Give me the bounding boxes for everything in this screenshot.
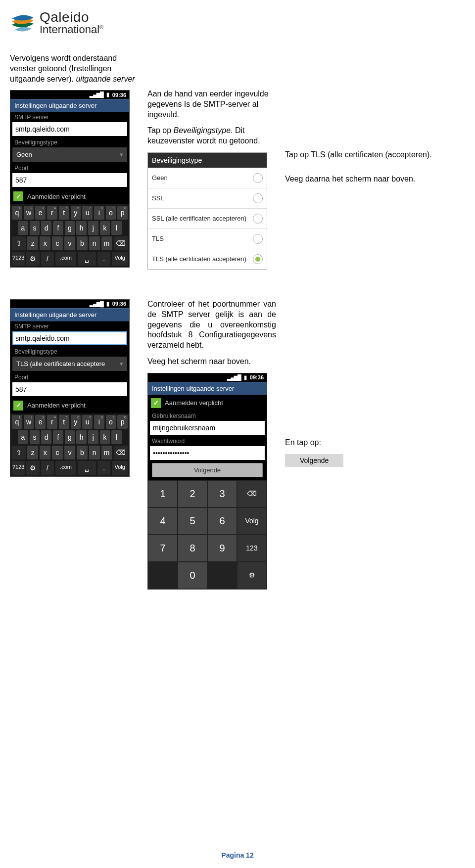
numkey-6[interactable]: 6 bbox=[207, 507, 237, 535]
keyboard[interactable]: q1w2e3r4t5y6u7i8o9p0asdfghjkl⇧zxcvbnm⌫?1… bbox=[10, 413, 129, 476]
dotcom-key[interactable]: .com bbox=[55, 252, 76, 266]
settings-key[interactable]: ⚙ bbox=[237, 562, 267, 589]
symbols-key[interactable]: ?123 bbox=[12, 252, 25, 266]
backspace-key[interactable]: ⌫ bbox=[114, 236, 128, 250]
key-d[interactable]: d bbox=[41, 430, 51, 444]
login-required-row[interactable]: ✓Aanmelden verplicht bbox=[10, 398, 129, 413]
settings-key[interactable]: ⚙ bbox=[26, 461, 39, 475]
dotcom-key[interactable]: .com bbox=[55, 461, 76, 475]
key-r[interactable]: r4 bbox=[47, 415, 57, 429]
key-h[interactable]: h bbox=[76, 430, 87, 444]
slash-key[interactable]: / bbox=[41, 461, 54, 475]
key-l[interactable]: l bbox=[111, 221, 122, 235]
key-c[interactable]: c bbox=[52, 236, 63, 250]
key-n[interactable]: n bbox=[89, 446, 100, 459]
smtp-input[interactable]: smtp.qaleido.com bbox=[12, 331, 127, 345]
key-q[interactable]: q1 bbox=[12, 415, 22, 429]
key-w[interactable]: w2 bbox=[24, 415, 34, 429]
settings-key[interactable]: ⚙ bbox=[26, 252, 39, 266]
key-e[interactable]: e3 bbox=[35, 415, 46, 429]
symbols-key[interactable]: ?123 bbox=[12, 461, 25, 475]
smtp-input[interactable]: smtp.qaleido.com bbox=[12, 122, 127, 136]
numkey-2[interactable]: 2 bbox=[178, 480, 207, 507]
slash-key[interactable]: / bbox=[41, 252, 54, 266]
key-d[interactable]: d bbox=[41, 221, 51, 235]
numkey-8[interactable]: 8 bbox=[178, 535, 207, 562]
login-required-row[interactable]: ✓Aanmelden verplicht bbox=[10, 188, 129, 204]
key-i[interactable]: i8 bbox=[94, 206, 104, 220]
key-n[interactable]: n bbox=[89, 236, 100, 250]
shift-key[interactable]: ⇧ bbox=[12, 446, 26, 459]
numkey-5[interactable]: 5 bbox=[178, 507, 207, 535]
key-q[interactable]: q1 bbox=[12, 206, 22, 220]
key-a[interactable]: a bbox=[18, 221, 28, 235]
key-p[interactable]: p0 bbox=[117, 415, 128, 429]
numkey-4[interactable]: 4 bbox=[148, 507, 178, 535]
next-key[interactable]: Volg bbox=[112, 252, 128, 266]
key-e[interactable]: e3 bbox=[35, 206, 46, 220]
key-o[interactable]: o9 bbox=[106, 415, 116, 429]
key-b[interactable]: b bbox=[77, 446, 88, 459]
key-o[interactable]: o9 bbox=[106, 206, 116, 220]
numpad[interactable]: 123⌫456Volg7891230⚙ bbox=[148, 480, 267, 589]
key-z[interactable]: z bbox=[27, 446, 38, 459]
backspace-key[interactable]: ⌫ bbox=[114, 446, 128, 459]
numkey-7[interactable]: 7 bbox=[148, 535, 178, 562]
key-g[interactable]: g bbox=[65, 430, 75, 444]
key-h[interactable]: h bbox=[76, 221, 87, 235]
key-y[interactable]: y6 bbox=[71, 206, 81, 220]
login-required-row[interactable]: ✓Aanmelden verplicht bbox=[148, 395, 267, 411]
next-button-inline[interactable]: Volgende bbox=[285, 454, 343, 467]
port-input[interactable]: 587 bbox=[12, 173, 127, 187]
key-z[interactable]: z bbox=[27, 236, 38, 250]
next-key[interactable]: Volg bbox=[237, 507, 267, 535]
security-select[interactable]: Geen▾ bbox=[12, 147, 127, 162]
numkey-3[interactable]: 3 bbox=[207, 480, 237, 507]
key-w[interactable]: w2 bbox=[24, 206, 34, 220]
key-u[interactable]: u7 bbox=[82, 206, 93, 220]
key-c[interactable]: c bbox=[52, 446, 63, 459]
key-i[interactable]: i8 bbox=[94, 415, 104, 429]
security-option[interactable]: TLS bbox=[148, 228, 267, 249]
key-f[interactable]: f bbox=[53, 430, 63, 444]
security-option[interactable]: SSL bbox=[148, 188, 267, 208]
numkey-1[interactable]: 1 bbox=[148, 480, 178, 507]
key-x[interactable]: x bbox=[40, 236, 50, 250]
numkey-0[interactable]: 0 bbox=[178, 562, 207, 589]
security-option[interactable]: SSL (alle certificaten accepteren) bbox=[148, 208, 267, 228]
key-g[interactable]: g bbox=[65, 221, 75, 235]
key-t[interactable]: t5 bbox=[59, 415, 69, 429]
space-key[interactable]: ␣ bbox=[78, 461, 96, 475]
key-v[interactable]: v bbox=[64, 236, 75, 250]
key-m[interactable]: m bbox=[101, 446, 112, 459]
key-m[interactable]: m bbox=[101, 236, 112, 250]
key-r[interactable]: r4 bbox=[47, 206, 57, 220]
key-j[interactable]: j bbox=[88, 221, 98, 235]
space-key[interactable]: ␣ bbox=[78, 252, 96, 266]
next-button[interactable]: Volgende bbox=[152, 463, 263, 477]
security-option[interactable]: TLS (alle certificaten accepteren) bbox=[148, 249, 267, 269]
key-t[interactable]: t5 bbox=[59, 206, 69, 220]
key-k[interactable]: k bbox=[100, 430, 110, 444]
symbols-key[interactable]: 123 bbox=[237, 535, 267, 562]
next-key[interactable]: Volg bbox=[112, 461, 128, 475]
key-u[interactable]: u7 bbox=[82, 415, 93, 429]
key-f[interactable]: f bbox=[53, 221, 63, 235]
key-v[interactable]: v bbox=[64, 446, 75, 459]
username-input[interactable]: mijngebruikersnaam bbox=[150, 421, 265, 435]
key-y[interactable]: y6 bbox=[71, 415, 81, 429]
key-s[interactable]: s bbox=[30, 221, 40, 235]
key-k[interactable]: k bbox=[100, 221, 110, 235]
key-b[interactable]: b bbox=[77, 236, 88, 250]
key-s[interactable]: s bbox=[30, 430, 40, 444]
shift-key[interactable]: ⇧ bbox=[12, 236, 26, 250]
dot-key[interactable]: . bbox=[97, 461, 110, 475]
security-select[interactable]: TLS (alle certificaten acceptere▾ bbox=[12, 357, 127, 371]
dot-key[interactable]: . bbox=[97, 252, 110, 266]
key-j[interactable]: j bbox=[88, 430, 98, 444]
key-a[interactable]: a bbox=[18, 430, 28, 444]
port-input[interactable]: 587 bbox=[12, 382, 127, 396]
password-input[interactable]: ••••••••••••••• bbox=[150, 446, 265, 460]
key-p[interactable]: p0 bbox=[117, 206, 128, 220]
numkey-9[interactable]: 9 bbox=[207, 535, 237, 562]
